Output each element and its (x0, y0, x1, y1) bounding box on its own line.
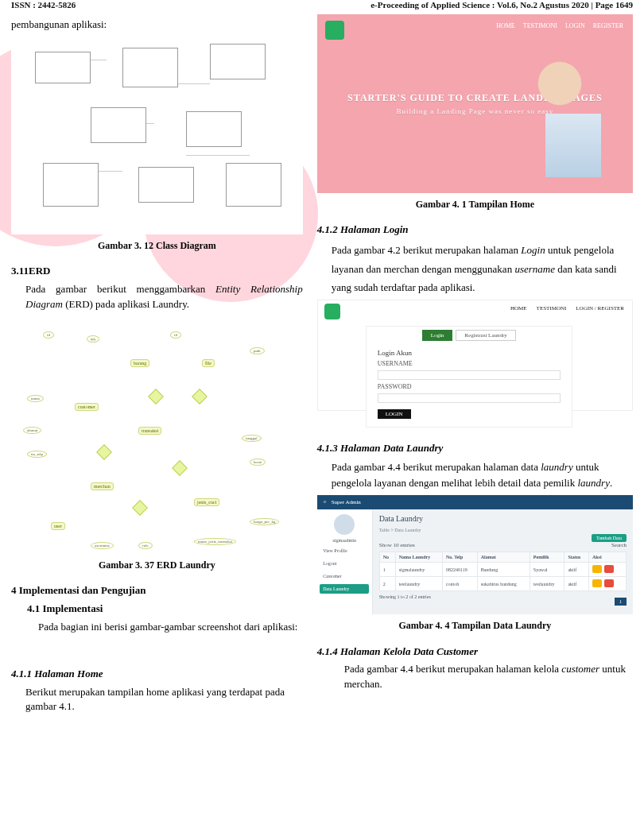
cell: Syawal (530, 563, 564, 577)
section-heading: 4.1.2 Halaman Login (317, 223, 633, 238)
nav-item: LOGIN / REGISTER (576, 305, 624, 312)
paragraph: Pada gambar 4.4 berikut merupakan halama… (317, 459, 633, 493)
login-title: Login Akun (378, 349, 561, 357)
screenshot-nav: HOME TESTIMONI LOGIN / REGISTER (510, 305, 624, 312)
cell: Bandung (477, 563, 530, 577)
cell: 082240119 (442, 563, 477, 577)
login-button[interactable]: LOGIN (378, 409, 411, 419)
cell-actions (588, 577, 626, 591)
nav-item: TESTIMONI (537, 305, 567, 312)
paragraph: Pada gambar 4.4 berikut merupakan halama… (317, 662, 633, 692)
figure-home-screenshot: HOME TESTIMONI LOGIN REGISTER STARTER'S … (317, 14, 633, 193)
app-logo-icon (324, 304, 340, 319)
section-heading: 4.1.4 Halaman Kelola Data Customer (317, 645, 633, 660)
edit-icon[interactable] (592, 579, 602, 587)
table-header-row: No Nama Laundry No. Telp Alamat Pemilik … (379, 552, 626, 563)
admin-sidebar: sigmaadmin View Profile Logout Customer … (317, 509, 373, 614)
paragraph: pembangunan aplikasi: (11, 17, 303, 33)
section-heading: 4 Implementasi dan Pengujian (11, 583, 303, 598)
sidebar-item-profile[interactable]: View Profile (320, 546, 369, 555)
cell-actions (588, 563, 626, 577)
app-logo-icon (325, 21, 344, 40)
col-status[interactable]: Status (564, 552, 589, 563)
sidebar-item-logout[interactable]: Logout (320, 559, 369, 568)
admin-brand: Super Admin (332, 499, 361, 505)
paragraph: Berikut merupakan tampilan home aplikasi… (11, 685, 303, 715)
nav-item: HOME (510, 305, 527, 312)
proceeding-label: e-Proceeding of Applied Science : Vol.6,… (370, 0, 633, 10)
cell: aktif (564, 577, 589, 591)
cell: 1 (379, 563, 395, 577)
figure-admin-screenshot: ≡ Super Admin sigmaadmin View Profile Lo… (317, 495, 633, 614)
figure-login-screenshot: HOME TESTIMONI LOGIN / REGISTER Login Re… (317, 300, 633, 411)
data-table: No Nama Laundry No. Telp Alamat Pemilik … (379, 552, 627, 591)
figure-caption: Gambar 3. 37 ERD Laundry (11, 559, 303, 572)
paragraph: Pada gambar berikut menggambarkan Entity… (11, 282, 303, 312)
col-pemilik[interactable]: Pemilik (530, 552, 564, 563)
add-data-button[interactable]: Tambah Data (592, 534, 627, 542)
panel-title: Data Laundry (379, 514, 627, 523)
tab-register[interactable]: Registrasi Laundry (456, 330, 515, 341)
hero-person-image (522, 58, 617, 185)
sidebar-item-data-laundry[interactable]: Data Laundry (320, 584, 369, 594)
admin-topbar: ≡ Super Admin (317, 495, 633, 509)
section-heading: 4.1 Implementasi (11, 602, 303, 617)
menu-icon[interactable]: ≡ (324, 499, 327, 505)
col-aksi: Aksi (588, 552, 626, 563)
cell: aktif (564, 563, 589, 577)
nav-item: TESTIMONI (523, 22, 557, 29)
label-username: USERNAME (378, 360, 561, 367)
cell: sukabirus bandung (477, 577, 530, 591)
username-input[interactable] (378, 370, 561, 380)
password-input[interactable] (378, 393, 561, 403)
pager[interactable]: 1 (615, 598, 627, 606)
admin-username: sigmaadmin (333, 538, 356, 543)
figure-caption: Gambar 3. 12 Class Diagram (11, 239, 303, 253)
section-heading: 4.1.3 Halaman Data Laundry (317, 441, 633, 456)
col-no[interactable]: No (379, 552, 395, 563)
section-heading: 4.1.1 Halaman Home (11, 667, 303, 682)
table-row: 1 sigmalaundry 082240119 Bandung Syawal … (379, 563, 626, 577)
cell: testlaundry (395, 577, 442, 591)
nav-item: HOME (496, 22, 515, 29)
breadcrumb: Table > Data Laundry (379, 528, 627, 532)
delete-icon[interactable] (604, 579, 614, 587)
paragraph: Pada bagian ini berisi gambar-gambar scr… (11, 620, 303, 635)
login-card: Login Registrasi Laundry Login Akun USER… (366, 326, 572, 428)
cell: sigmalaundry (395, 563, 442, 577)
col-alamat[interactable]: Alamat (477, 552, 530, 563)
figure-caption: Gambar 4. 4 Tampilan Data Laundry (317, 619, 633, 633)
cell: 2 (379, 577, 395, 591)
cell: contoh (442, 577, 477, 591)
screenshot-nav: HOME TESTIMONI LOGIN REGISTER (496, 22, 623, 29)
label-password: PASSWORD (378, 383, 561, 390)
figure-caption: Gambar 4. 1 Tampilan Home (317, 198, 633, 211)
figure-erd: transaksi barang file customer merchan j… (11, 315, 303, 554)
edit-icon[interactable] (592, 565, 602, 573)
delete-icon[interactable] (604, 565, 614, 573)
col-nama[interactable]: Nama Laundry (395, 552, 442, 563)
table-row: 2 testlaundry contoh sukabirus bandung t… (379, 577, 626, 591)
table-footer-info: Showing 1 to 2 of 2 entries (379, 594, 431, 599)
issn-label: ISSN : 2442-5826 (11, 0, 76, 10)
figure-class-diagram (11, 36, 303, 234)
nav-item: REGISTER (593, 22, 623, 29)
paragraph: Pada gambar 4.2 berikut merupakan halama… (317, 241, 633, 296)
search-label: Search (611, 542, 627, 548)
show-entries: Show 10 entries (379, 542, 415, 548)
cell: testlaundry (530, 577, 564, 591)
page-header: ISSN : 2442-5826 e-Proceeding of Applied… (0, 0, 644, 14)
tab-login[interactable]: Login (422, 330, 453, 341)
nav-item: LOGIN (565, 22, 585, 29)
sidebar-item-customer[interactable]: Customer (320, 571, 369, 581)
col-telp[interactable]: No. Telp (442, 552, 477, 563)
section-heading: 3.11ERD (11, 264, 303, 279)
avatar (334, 514, 355, 535)
